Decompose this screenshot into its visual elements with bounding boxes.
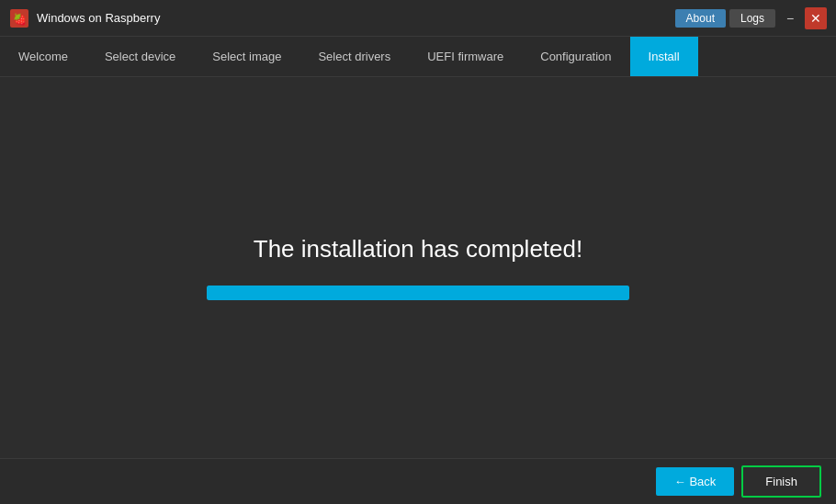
tab-select-device[interactable]: Select device: [86, 37, 194, 76]
about-button[interactable]: About: [675, 9, 726, 28]
footer: ← Back Finish: [0, 458, 836, 504]
main-content: The installation has completed!: [0, 77, 836, 458]
logs-button[interactable]: Logs: [729, 9, 775, 28]
finish-button[interactable]: Finish: [741, 465, 821, 498]
tab-configuration[interactable]: Configuration: [522, 37, 629, 76]
progress-bar-fill: [207, 286, 629, 300]
tab-install[interactable]: Install: [630, 37, 698, 76]
close-button[interactable]: ✕: [805, 7, 827, 29]
minimize-button[interactable]: −: [779, 7, 801, 29]
title-bar: 🍓 Windows on Raspberry About Logs − ✕: [0, 0, 836, 37]
nav-tabs: Welcome Select device Select image Selec…: [0, 37, 836, 77]
back-button[interactable]: ← Back: [656, 467, 735, 496]
app-logo: 🍓: [9, 8, 29, 28]
app-title: Windows on Raspberry: [37, 11, 675, 25]
tab-select-image[interactable]: Select image: [194, 37, 299, 76]
title-bar-controls: About Logs − ✕: [675, 7, 827, 29]
tab-welcome[interactable]: Welcome: [0, 37, 86, 76]
svg-text:🍓: 🍓: [13, 12, 27, 26]
tab-uefi-firmware[interactable]: UEFI firmware: [409, 37, 522, 76]
tab-select-drivers[interactable]: Select drivers: [299, 37, 409, 76]
progress-bar-container: [207, 286, 629, 300]
completion-message: The installation has completed!: [254, 235, 582, 263]
